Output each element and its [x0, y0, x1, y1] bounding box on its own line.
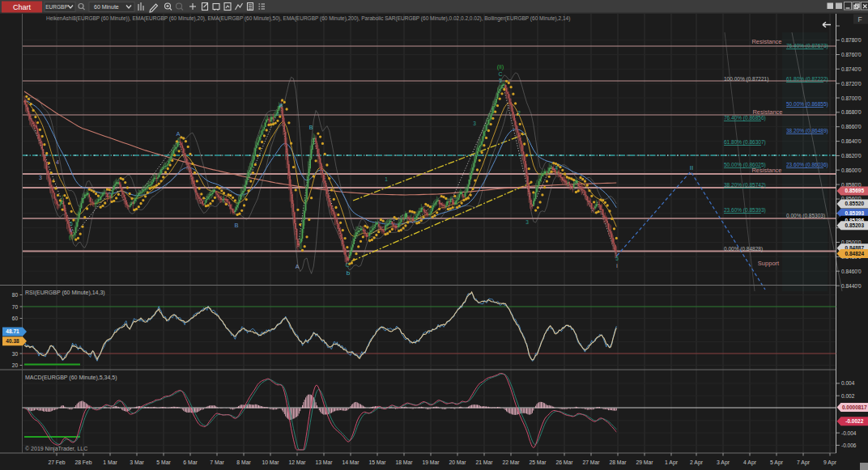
- svg-text:Chart: Chart: [13, 3, 32, 11]
- svg-text:-0.006: -0.006: [841, 442, 857, 448]
- svg-text:22 Mar: 22 Mar: [502, 459, 520, 465]
- svg-text:1 Apr: 1 Apr: [665, 459, 679, 466]
- svg-text:2 Apr: 2 Apr: [690, 459, 704, 466]
- svg-text:28 Mar: 28 Mar: [609, 459, 627, 465]
- svg-text:0.85203: 0.85203: [845, 222, 865, 228]
- svg-text:A: A: [296, 264, 300, 269]
- svg-text:60 Minute: 60 Minute: [94, 4, 119, 10]
- svg-text:10 Mar: 10 Mar: [262, 459, 279, 465]
- svg-text:(ii): (ii): [497, 63, 504, 70]
- svg-text:50.00% (0.86025): 50.00% (0.86025): [724, 162, 766, 168]
- svg-text:0.8680'0: 0.8680'0: [841, 109, 862, 115]
- svg-text:B: B: [309, 125, 313, 130]
- svg-text:0.8600'0: 0.8600'0: [841, 167, 862, 173]
- svg-text:27 Feb: 27 Feb: [48, 459, 65, 465]
- svg-text:2: 2: [517, 110, 521, 116]
- svg-text:12 Mar: 12 Mar: [288, 459, 306, 465]
- svg-text:A: A: [176, 130, 180, 138]
- svg-text:4: 4: [56, 159, 59, 165]
- svg-text:29 Mar: 29 Mar: [636, 459, 653, 465]
- svg-text:9 Apr: 9 Apr: [823, 459, 837, 466]
- svg-text:50.00% (0.86855): 50.00% (0.86855): [786, 101, 828, 108]
- svg-text:5: 5: [615, 256, 619, 261]
- svg-text:-0.004: -0.004: [841, 430, 857, 436]
- svg-text:4: 4: [555, 165, 558, 171]
- svg-text:30: 30: [12, 351, 19, 357]
- svg-text:18 Mar: 18 Mar: [395, 459, 413, 465]
- svg-text:100.00% (0.87221): 100.00% (0.87221): [724, 76, 768, 83]
- svg-text:4 Apr: 4 Apr: [743, 459, 757, 466]
- svg-text:Resistance: Resistance: [751, 38, 781, 45]
- svg-text:3: 3: [39, 175, 42, 180]
- svg-text:0.8780'0: 0.8780'0: [841, 37, 862, 43]
- svg-text:23.60% (0.85393): 23.60% (0.85393): [724, 207, 766, 214]
- svg-text:21 Mar: 21 Mar: [475, 459, 493, 465]
- svg-text:© 2019 NinjaTrader, LLC: © 2019 NinjaTrader, LLC: [25, 446, 87, 452]
- svg-text:3: 3: [525, 219, 529, 225]
- svg-text:i: i: [616, 263, 617, 269]
- svg-text:3 Mar: 3 Mar: [130, 459, 144, 465]
- svg-text:26 Mar: 26 Mar: [555, 459, 573, 465]
- svg-text:23.60% (0.86036): 23.60% (0.86036): [786, 162, 828, 168]
- svg-text:HeikenAshi8(EURGBP (60 Minute): HeikenAshi8(EURGBP (60 Minute)), EMA(EUR…: [46, 15, 570, 22]
- svg-text:1: 1: [385, 176, 388, 182]
- svg-text:1 Mar: 1 Mar: [103, 459, 117, 465]
- svg-text:0.00% (0.84828): 0.00% (0.84828): [724, 246, 763, 252]
- svg-text:C: C: [345, 262, 349, 268]
- svg-text:0.8620'0: 0.8620'0: [841, 153, 862, 159]
- svg-text:0.8460'0: 0.8460'0: [841, 269, 862, 274]
- svg-text:7 Mar: 7 Mar: [210, 459, 224, 465]
- svg-text:0.8740'0: 0.8740'0: [841, 66, 862, 72]
- svg-text:40.38: 40.38: [6, 338, 19, 344]
- svg-text:0.84824: 0.84824: [845, 251, 865, 256]
- svg-text:3: 3: [473, 121, 476, 126]
- svg-text:EURGBP: EURGBP: [45, 4, 67, 10]
- svg-text:a: a: [279, 101, 283, 108]
- svg-text:0.85393: 0.85393: [845, 210, 865, 216]
- svg-text:0.8660'0: 0.8660'0: [841, 124, 862, 129]
- svg-text:0.8760'0: 0.8760'0: [841, 52, 862, 57]
- svg-text:20: 20: [12, 362, 19, 368]
- svg-text:38.20% (0.85742): 38.20% (0.85742): [724, 182, 766, 188]
- svg-text:F: F: [857, 15, 862, 23]
- svg-text:b: b: [347, 269, 351, 277]
- svg-text:II: II: [690, 164, 693, 171]
- svg-text:7 Apr: 7 Apr: [797, 459, 811, 466]
- svg-text:13 Mar: 13 Mar: [315, 459, 333, 465]
- svg-text:19 Mar: 19 Mar: [422, 459, 440, 465]
- svg-text:5 Mar: 5 Mar: [156, 459, 171, 465]
- svg-text:8 Mar: 8 Mar: [236, 459, 251, 465]
- svg-text:48.71: 48.71: [6, 328, 19, 334]
- svg-text:20 Mar: 20 Mar: [449, 459, 466, 465]
- svg-text:6 Mar: 6 Mar: [183, 459, 198, 465]
- svg-text:-0.0022: -0.0022: [845, 418, 863, 424]
- svg-text:0.002: 0.002: [841, 393, 855, 399]
- svg-text:0.8700'0: 0.8700'0: [841, 95, 862, 101]
- svg-text:0.85695: 0.85695: [845, 188, 865, 193]
- svg-text:5: 5: [70, 221, 73, 227]
- svg-text:70: 70: [12, 304, 19, 310]
- svg-text:Support: Support: [758, 260, 780, 267]
- svg-text:3 Apr: 3 Apr: [717, 459, 730, 466]
- svg-text:B: B: [234, 222, 238, 229]
- svg-text:5: 5: [499, 78, 502, 83]
- svg-text:14 Mar: 14 Mar: [342, 459, 360, 465]
- svg-text:28 Feb: 28 Feb: [74, 459, 91, 465]
- svg-text:80: 80: [12, 292, 19, 298]
- svg-text:0.8440'0: 0.8440'0: [841, 283, 862, 289]
- svg-text:(i): (i): [69, 234, 74, 240]
- svg-text:5 Apr: 5 Apr: [770, 459, 784, 466]
- svg-text:0.8720'0: 0.8720'0: [841, 81, 862, 87]
- svg-text:61.80% (0.86307): 61.80% (0.86307): [724, 139, 766, 146]
- svg-text:0.8640'0: 0.8640'0: [841, 138, 862, 144]
- svg-text:C: C: [498, 71, 502, 77]
- svg-text:25 Mar: 25 Mar: [529, 459, 547, 465]
- svg-text:15 Mar: 15 Mar: [368, 459, 386, 465]
- svg-text:0.0000817: 0.0000817: [842, 404, 867, 410]
- svg-text:60: 60: [12, 315, 19, 321]
- svg-text:0.85520: 0.85520: [845, 201, 865, 206]
- svg-text:0.00% (0.85303): 0.00% (0.85303): [786, 213, 825, 219]
- svg-text:27 Mar: 27 Mar: [582, 459, 600, 465]
- svg-text:38.20% (0.86489): 38.20% (0.86489): [786, 128, 828, 134]
- svg-text:76.40% (0.86856): 76.40% (0.86856): [724, 115, 766, 121]
